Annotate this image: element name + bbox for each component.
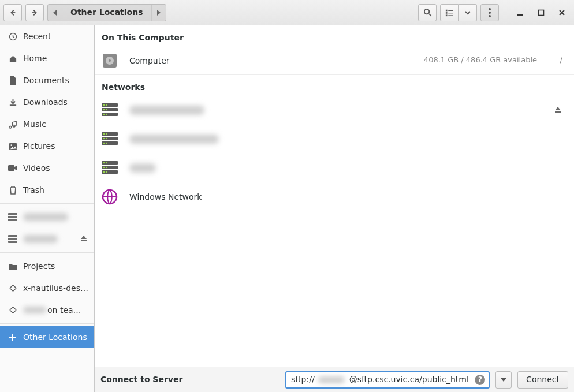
triangle-left-icon bbox=[53, 10, 57, 16]
server-address-prefix: sftp:// bbox=[291, 374, 315, 384]
svg-rect-22 bbox=[8, 241, 17, 243]
svg-point-50 bbox=[106, 162, 107, 163]
path-prev-button[interactable] bbox=[48, 5, 62, 21]
sidebar-item-pictures[interactable]: Pictures bbox=[0, 135, 94, 157]
path-location[interactable]: Other Locations bbox=[62, 5, 152, 21]
sidebar: Recent Home Documents Downloads Music Pi… bbox=[0, 25, 95, 392]
svg-point-31 bbox=[106, 104, 107, 106]
help-icon[interactable]: ? bbox=[472, 372, 487, 387]
drive-row-computer[interactable]: Computer 408.1 GB / 486.4 GB available / bbox=[95, 46, 574, 75]
connect-label: Connect to Server bbox=[100, 374, 182, 384]
link-icon bbox=[8, 283, 17, 293]
section-header-on-this-computer: On This Computer bbox=[95, 25, 574, 46]
sidebar-item-label: x-nautilus-des… bbox=[23, 283, 88, 293]
svg-rect-13 bbox=[9, 104, 16, 106]
eject-icon[interactable] bbox=[554, 106, 562, 114]
window-close-button[interactable] bbox=[553, 4, 571, 21]
network-row[interactable] bbox=[95, 154, 574, 182]
network-name: Windows Network bbox=[129, 192, 222, 202]
sidebar-mount[interactable] bbox=[0, 228, 94, 250]
sidebar-item-recent[interactable]: Recent bbox=[0, 25, 94, 47]
server-address-input[interactable] bbox=[348, 374, 471, 385]
sidebar-item-other-locations[interactable]: Other Locations bbox=[0, 326, 94, 348]
svg-point-52 bbox=[106, 167, 107, 168]
svg-rect-5 bbox=[446, 14, 448, 16]
sidebar-item-trash[interactable]: Trash bbox=[0, 179, 94, 201]
sidebar-item-label: Downloads bbox=[23, 97, 68, 107]
sidebar-item-label: Other Locations bbox=[23, 332, 87, 342]
search-icon bbox=[423, 8, 432, 17]
svg-rect-17 bbox=[8, 213, 17, 215]
svg-point-0 bbox=[424, 9, 428, 14]
path-bar: Other Locations bbox=[47, 4, 166, 21]
pictures-icon bbox=[8, 141, 17, 151]
server-icon bbox=[8, 234, 17, 244]
arrow-right-icon bbox=[31, 9, 39, 17]
sidebar-item-label: Projects bbox=[23, 261, 55, 271]
plus-icon bbox=[8, 333, 17, 342]
trash-icon bbox=[8, 185, 17, 195]
network-row-windows[interactable]: Windows Network bbox=[95, 182, 574, 211]
svg-point-40 bbox=[103, 133, 105, 135]
svg-point-8 bbox=[489, 12, 491, 14]
svg-point-49 bbox=[103, 162, 105, 163]
videos-icon bbox=[8, 163, 17, 173]
sidebar-item-videos[interactable]: Videos bbox=[0, 157, 94, 179]
chevron-down-icon bbox=[465, 10, 471, 16]
connect-button-label: Connect bbox=[526, 374, 560, 384]
sidebar-item-documents[interactable]: Documents bbox=[0, 69, 94, 91]
path-location-label: Other Locations bbox=[70, 7, 143, 17]
kebab-icon bbox=[489, 8, 491, 17]
path-next-button[interactable] bbox=[152, 5, 166, 21]
sidebar-bookmark[interactable]: on tea… bbox=[0, 299, 94, 321]
svg-point-15 bbox=[10, 144, 12, 146]
windows-network-icon bbox=[102, 189, 118, 205]
drive-storage: 408.1 GB / 486.4 GB available bbox=[424, 55, 537, 65]
sidebar-mount-label-redacted bbox=[23, 235, 58, 243]
sidebar-item-home[interactable]: Home bbox=[0, 47, 94, 69]
sidebar-item-label: Recent bbox=[23, 31, 51, 42]
svg-rect-18 bbox=[8, 216, 17, 218]
list-view-button[interactable] bbox=[440, 4, 459, 21]
list-view-icon bbox=[445, 9, 453, 17]
window-maximize-button[interactable] bbox=[532, 4, 550, 21]
triangle-down-icon bbox=[501, 378, 506, 382]
close-icon bbox=[558, 9, 565, 16]
svg-rect-1 bbox=[446, 9, 448, 11]
sidebar-item-label: Music bbox=[23, 119, 46, 129]
sidebar-mount-label-redacted bbox=[23, 213, 68, 221]
sidebar-separator bbox=[0, 252, 94, 253]
network-row[interactable] bbox=[95, 125, 574, 154]
svg-rect-3 bbox=[446, 12, 448, 14]
svg-point-42 bbox=[103, 138, 105, 139]
hamburger-menu-button[interactable] bbox=[480, 4, 499, 21]
network-name-redacted bbox=[129, 163, 156, 173]
sidebar-item-downloads[interactable]: Downloads bbox=[0, 91, 94, 113]
forward-button[interactable] bbox=[25, 4, 44, 21]
server-address-input-wrapper[interactable]: sftp:// ? bbox=[285, 371, 490, 389]
svg-point-34 bbox=[103, 114, 105, 115]
network-server-icon bbox=[102, 131, 118, 147]
server-icon bbox=[8, 212, 17, 222]
window-minimize-button[interactable] bbox=[512, 4, 529, 21]
svg-rect-20 bbox=[8, 235, 17, 237]
sidebar-item-music[interactable]: Music bbox=[0, 113, 94, 135]
network-row[interactable] bbox=[95, 96, 574, 125]
eject-icon[interactable] bbox=[80, 235, 88, 243]
sidebar-mount[interactable] bbox=[0, 206, 94, 228]
search-button[interactable] bbox=[418, 4, 437, 21]
back-button[interactable] bbox=[3, 4, 22, 21]
svg-rect-23 bbox=[81, 240, 87, 241]
svg-rect-6 bbox=[448, 15, 453, 16]
view-options-button[interactable] bbox=[459, 4, 477, 21]
svg-point-35 bbox=[106, 114, 107, 115]
recent-servers-dropdown[interactable] bbox=[495, 371, 512, 389]
svg-point-51 bbox=[103, 167, 105, 168]
sidebar-bookmark-projects[interactable]: Projects bbox=[0, 255, 94, 277]
folder-icon bbox=[8, 262, 17, 271]
svg-rect-11 bbox=[539, 10, 544, 15]
sidebar-bookmark[interactable]: x-nautilus-des… bbox=[0, 277, 94, 299]
svg-rect-4 bbox=[448, 13, 453, 13]
main-pane: On This Computer Computer 408.1 GB / 486… bbox=[95, 25, 574, 367]
connect-button[interactable]: Connect bbox=[517, 371, 568, 389]
